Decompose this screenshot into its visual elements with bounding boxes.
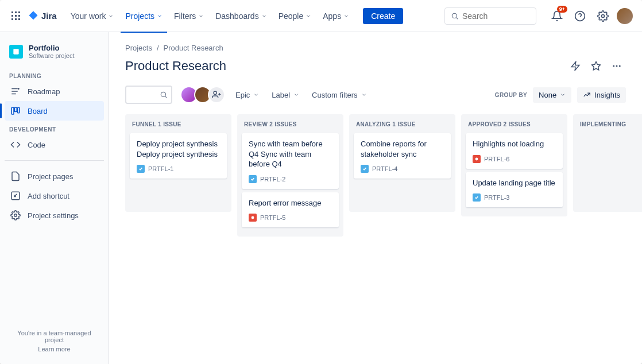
user-avatar[interactable]	[617, 8, 633, 24]
svg-point-26	[252, 216, 254, 219]
svg-rect-13	[13, 49, 18, 54]
card-title: Update landing page title	[473, 178, 556, 188]
column-header: FUNNEL 1 ISSUE	[129, 120, 228, 133]
automation-icon[interactable]	[566, 57, 585, 75]
code-icon	[10, 140, 21, 150]
svg-rect-8	[18, 18, 20, 20]
nav-item-your-work[interactable]: Your work	[66, 9, 119, 23]
column-header: IMPLEMENTING	[577, 120, 642, 133]
help-icon[interactable]	[571, 7, 589, 25]
global-search[interactable]	[444, 7, 536, 25]
issue-card[interactable]: Deploy project synthesis Deploy project …	[130, 133, 227, 179]
bug-icon	[249, 214, 257, 222]
nav-item-label: People	[279, 11, 304, 21]
svg-rect-6	[11, 18, 13, 20]
app-switcher-icon[interactable]	[9, 9, 23, 23]
epic-filter[interactable]: Epic	[233, 88, 261, 102]
sidebar-item-roadmap[interactable]: Roadmap	[5, 82, 104, 101]
add-icon	[10, 191, 21, 201]
custom-filters[interactable]: Custom filters	[310, 88, 369, 102]
svg-point-22	[616, 65, 618, 67]
board: FUNNEL 1 ISSUEDeploy project synthesis D…	[125, 114, 626, 237]
nav-item-label: Dashboards	[215, 11, 259, 21]
issue-id: PRTFL-6	[484, 156, 509, 162]
card-title: Highlights not loading	[473, 139, 556, 149]
card-title: Combine reports for stakeholder sync	[361, 139, 444, 159]
svg-rect-16	[15, 107, 17, 112]
global-search-input[interactable]	[462, 11, 530, 21]
breadcrumb-root[interactable]: Projects	[125, 44, 152, 52]
project-header[interactable]: Portfolio Software project	[5, 44, 104, 67]
notifications-icon[interactable]: 9+	[548, 7, 566, 25]
chevron-down-icon	[305, 13, 311, 19]
nav-item-label: Apps	[323, 11, 341, 21]
nav-item-filters[interactable]: Filters	[169, 9, 208, 23]
settings-icon	[10, 210, 21, 220]
learn-more-link[interactable]: Learn more	[9, 346, 99, 353]
label-filter[interactable]: Label	[269, 88, 301, 102]
insights-label: Insights	[594, 91, 620, 99]
star-icon[interactable]	[587, 57, 605, 75]
settings-icon[interactable]	[594, 7, 612, 25]
card-title: Deploy project synthesis Deploy project …	[137, 139, 220, 159]
notification-badge: 9+	[557, 6, 567, 13]
svg-point-14	[18, 88, 20, 90]
issue-card[interactable]: Sync with team before Q4 Sync with team …	[242, 133, 339, 189]
sidebar-item-label: Project settings	[28, 211, 79, 220]
nav-item-dashboards[interactable]: Dashboards	[211, 9, 272, 23]
group-by-label: GROUP BY	[495, 92, 527, 98]
issue-id: PRTFL-2	[260, 176, 285, 183]
bug-icon	[473, 155, 481, 163]
sidebar-item-project-pages[interactable]: Project pages	[5, 166, 104, 186]
svg-point-19	[14, 214, 17, 217]
board-column: FUNNEL 1 ISSUEDeploy project synthesis D…	[125, 114, 231, 212]
issue-card[interactable]: Combine reports for stakeholder syncPRTF…	[354, 133, 451, 179]
chevron-down-icon	[108, 13, 114, 19]
svg-point-12	[602, 14, 605, 17]
section-development-title: DEVELOPMENT	[5, 121, 104, 135]
sidebar: Portfolio Software project PLANNING Road…	[0, 32, 109, 364]
add-person-button[interactable]	[208, 86, 225, 103]
board-search[interactable]	[125, 86, 172, 104]
svg-point-27	[475, 157, 478, 160]
card-title: Sync with team before Q4 Sync with team …	[249, 139, 332, 169]
board-column: REVIEW 2 ISSUESSync with team before Q4 …	[237, 114, 343, 237]
jira-logo[interactable]: Jira	[28, 10, 57, 22]
issue-card[interactable]: Report error messagePRTFL-5	[242, 192, 339, 228]
page-icon	[10, 171, 21, 181]
svg-point-21	[613, 65, 614, 67]
svg-rect-1	[15, 11, 17, 13]
chevron-down-icon	[157, 13, 163, 19]
breadcrumb-leaf[interactable]: Product Research	[164, 44, 223, 52]
sidebar-item-add-shortcut[interactable]: Add shortcut	[5, 186, 104, 206]
issue-card[interactable]: Highlights not loadingPRTFL-6	[466, 133, 563, 169]
more-icon[interactable]	[608, 57, 626, 75]
svg-line-25	[165, 96, 167, 98]
epic-filter-label: Epic	[235, 91, 250, 99]
board-column: ANALYZING 1 ISSUECombine reports for sta…	[349, 114, 455, 212]
svg-point-9	[452, 13, 457, 18]
assignee-filter-avatars	[180, 86, 225, 103]
sidebar-item-label: Board	[28, 107, 48, 115]
nav-item-people[interactable]: People	[274, 9, 316, 23]
sidebar-item-code[interactable]: Code	[5, 135, 104, 154]
nav-item-apps[interactable]: Apps	[318, 9, 354, 23]
sidebar-item-label: Roadmap	[28, 87, 60, 96]
create-button[interactable]: Create	[363, 8, 403, 24]
custom-filters-label: Custom filters	[312, 91, 357, 99]
svg-rect-3	[11, 15, 13, 17]
svg-rect-17	[18, 107, 20, 113]
sidebar-item-project-settings[interactable]: Project settings	[5, 206, 104, 225]
sidebar-footer: You're in a team-managed project Learn m…	[5, 325, 104, 357]
group-by-select[interactable]: None	[533, 87, 571, 103]
board-column: IMPLEMENTING	[573, 114, 642, 212]
project-type: Software project	[29, 52, 74, 59]
sidebar-item-board[interactable]: Board	[5, 101, 104, 121]
nav-item-projects[interactable]: Projects	[121, 9, 167, 23]
issue-card[interactable]: Update landing page titlePRTFL-3	[466, 172, 563, 208]
svg-line-10	[457, 17, 458, 19]
nav-items: Your workProjectsFiltersDashboardsPeople…	[66, 9, 354, 23]
issue-id: PRTFL-1	[148, 165, 173, 172]
insights-button[interactable]: Insights	[577, 87, 626, 103]
project-name: Portfolio	[29, 44, 74, 52]
